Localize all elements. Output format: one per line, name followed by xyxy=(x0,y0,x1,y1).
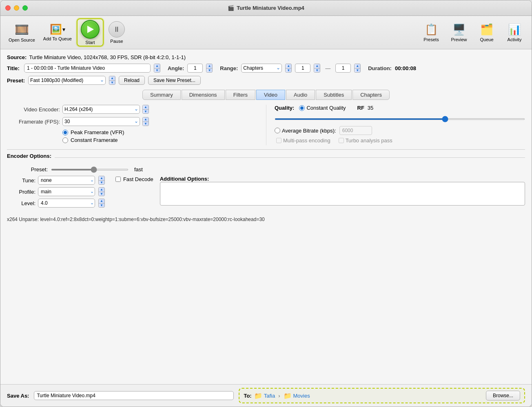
open-source-button[interactable]: 🎞️ Open Source xyxy=(5,21,38,44)
stepper-down-icon[interactable]: ▼ xyxy=(99,192,104,196)
level-stepper[interactable]: ▲ ▼ xyxy=(98,199,105,208)
queue-button[interactable]: 🗂️ Queue xyxy=(474,22,499,44)
tab-summary[interactable]: Summary xyxy=(142,90,181,100)
encoder-row: Video Encoder: H.264 (x264) ▲ ▼ xyxy=(7,105,258,114)
minimize-button[interactable] xyxy=(14,5,19,11)
stepper-down-icon[interactable]: ▼ xyxy=(99,181,104,185)
level-select[interactable]: 4.0 xyxy=(38,199,95,208)
title-stepper[interactable]: ▲ ▼ xyxy=(154,64,160,73)
preview-button[interactable]: 🖥️ Preview xyxy=(447,22,471,44)
fast-decode-label: Fast Decode xyxy=(123,176,153,182)
stepper-up-icon[interactable]: ▲ xyxy=(286,64,291,69)
constant-quality-option[interactable]: Constant Quality xyxy=(299,105,346,111)
start-button[interactable] xyxy=(81,20,100,39)
add-to-queue-button[interactable]: 🖼️▾ Add To Queue xyxy=(40,22,75,43)
tab-filters[interactable]: Filters xyxy=(226,90,255,100)
tune-stepper[interactable]: ▲ ▼ xyxy=(98,176,105,185)
angle-input[interactable] xyxy=(187,64,203,73)
quality-slider[interactable] xyxy=(275,118,525,120)
profile-label: Profile: xyxy=(7,189,35,195)
stepper-down-icon[interactable]: ▼ xyxy=(143,122,149,126)
level-select-wrapper: 4.0 xyxy=(38,199,95,208)
angle-label: Angle: xyxy=(168,65,184,71)
close-button[interactable] xyxy=(5,5,11,11)
stepper-down-icon[interactable]: ▼ xyxy=(286,69,291,73)
stepper-down-icon[interactable]: ▼ xyxy=(109,81,115,85)
stepper-up-icon[interactable]: ▲ xyxy=(109,76,115,81)
encoder-preset-slider[interactable] xyxy=(51,169,129,170)
stepper-down-icon[interactable]: ▼ xyxy=(314,69,320,73)
activity-button[interactable]: 📊 Activity xyxy=(502,22,527,44)
multi-pass-item: Multi-pass encoding xyxy=(276,137,330,144)
avg-bitrate-radio[interactable] xyxy=(275,128,280,133)
constant-framerate-radio[interactable] xyxy=(62,137,68,143)
chapter-end-stepper[interactable]: ▲ ▼ xyxy=(354,64,361,73)
stepper-up-icon[interactable]: ▲ xyxy=(206,64,212,69)
peak-framerate-radio[interactable] xyxy=(62,130,68,135)
chapter-start-input[interactable] xyxy=(295,64,310,73)
browse-button[interactable]: Browse... xyxy=(486,391,520,400)
range-stepper[interactable]: ▲ ▼ xyxy=(285,64,292,73)
profile-stepper[interactable]: ▲ ▼ xyxy=(98,187,105,196)
pause-button[interactable]: ⏸ xyxy=(109,21,125,38)
encoder-select[interactable]: H.264 (x264) xyxy=(62,105,140,114)
preset-field-label: Preset: xyxy=(7,77,25,84)
tab-audio[interactable]: Audio xyxy=(286,90,315,100)
folder1-item[interactable]: 📁 Tafia xyxy=(254,392,275,400)
stepper-up-icon[interactable]: ▲ xyxy=(99,188,104,192)
folder2-item[interactable]: 📁 Movies xyxy=(284,392,310,400)
avg-bitrate-input[interactable] xyxy=(339,126,372,135)
maximize-button[interactable] xyxy=(22,5,28,11)
stepper-up-icon[interactable]: ▲ xyxy=(99,199,104,204)
encoder-stepper[interactable]: ▲ ▼ xyxy=(142,105,149,114)
tab-dimensions[interactable]: Dimensions xyxy=(182,90,225,100)
stepper-up-icon[interactable]: ▲ xyxy=(143,105,149,110)
chapter-start-stepper[interactable]: ▲ ▼ xyxy=(314,64,320,73)
fast-decode-checkbox[interactable] xyxy=(115,177,121,182)
queue-icon: 🗂️ xyxy=(480,23,493,36)
breadcrumb-separator: › xyxy=(278,393,280,399)
save-as-label: Save As: xyxy=(7,393,29,399)
additional-options-input[interactable] xyxy=(160,182,525,206)
constant-quality-radio[interactable] xyxy=(299,105,305,111)
stepper-down-icon[interactable]: ▼ xyxy=(143,110,149,114)
preset-select[interactable]: Fast 1080p30 (Modified) xyxy=(28,76,106,85)
stepper-down-icon[interactable]: ▼ xyxy=(355,69,360,73)
level-row: Level: 4.0 ▲ ▼ xyxy=(7,199,153,208)
stepper-up-icon[interactable]: ▲ xyxy=(154,64,160,69)
framerate-select[interactable]: 30 xyxy=(62,117,140,126)
toolbar: 🎞️ Open Source 🖼️▾ Add To Queue Start ⏸ … xyxy=(0,16,532,49)
tabs-row: Summary Dimensions Filters Video Audio S… xyxy=(7,90,525,100)
tab-subtitles[interactable]: Subtitles xyxy=(316,90,352,100)
tune-row: Tune: none ▲ ▼ xyxy=(7,176,153,185)
range-select[interactable]: Chapters xyxy=(241,64,282,73)
encoder-left-fields: Tune: none ▲ ▼ xyxy=(7,176,153,210)
multi-pass-checkbox[interactable] xyxy=(276,138,282,143)
profile-select[interactable]: main xyxy=(38,187,95,196)
title-input[interactable] xyxy=(24,64,151,73)
duration-label: Duration: xyxy=(368,65,392,71)
turbo-pass-checkbox[interactable] xyxy=(339,138,344,143)
stepper-down-icon[interactable]: ▼ xyxy=(99,204,104,208)
source-label: Source: xyxy=(7,54,27,60)
save-new-preset-button[interactable]: Save New Preset... xyxy=(148,76,201,85)
stepper-up-icon[interactable]: ▲ xyxy=(99,176,104,181)
avg-bitrate-row: Average Bitrate (kbps): xyxy=(275,126,525,135)
framerate-stepper[interactable]: ▲ ▼ xyxy=(142,117,149,126)
preset-stepper[interactable]: ▲ ▼ xyxy=(109,76,115,85)
tab-chapters[interactable]: Chapters xyxy=(352,90,390,100)
reload-button[interactable]: Reload xyxy=(119,76,145,85)
stepper-up-icon[interactable]: ▲ xyxy=(355,64,360,69)
angle-stepper[interactable]: ▲ ▼ xyxy=(206,64,213,73)
tab-video[interactable]: Video xyxy=(256,90,285,100)
folder1-icon: 📁 xyxy=(254,392,262,400)
stepper-down-icon[interactable]: ▼ xyxy=(206,69,212,73)
stepper-up-icon[interactable]: ▲ xyxy=(314,64,320,69)
save-as-input[interactable] xyxy=(34,391,234,400)
stepper-down-icon[interactable]: ▼ xyxy=(154,69,160,73)
chapter-end-input[interactable] xyxy=(335,64,351,73)
presets-button[interactable]: 📋 Presets xyxy=(419,22,443,44)
avg-bitrate-option[interactable]: Average Bitrate (kbps): xyxy=(275,128,336,134)
tune-select[interactable]: none xyxy=(38,176,95,185)
stepper-up-icon[interactable]: ▲ xyxy=(143,117,149,122)
